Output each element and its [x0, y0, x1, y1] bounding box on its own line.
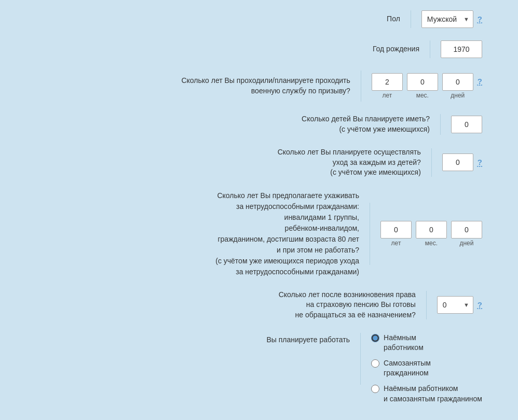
- work-type-both-label: Наёмным работникоми самозанятым граждани…: [384, 384, 482, 404]
- military-months-label: мес.: [416, 92, 429, 99]
- disability-years-group: лет: [380, 221, 412, 247]
- gender-select-wrapper[interactable]: Мужской Женский ▼: [421, 10, 473, 28]
- pension-deferral-help-icon[interactable]: ?: [478, 301, 482, 309]
- military-years-group: лет: [372, 73, 403, 99]
- military-days-label: дней: [451, 92, 465, 99]
- military-years-label: лет: [382, 92, 392, 99]
- work-type-radio-group: Наёмнымработником Самозанятымгражданином…: [371, 333, 482, 404]
- children-count-input-col: [451, 116, 482, 133]
- birth-year-input-col: [441, 40, 482, 58]
- work-type-self-employed-label: Самозанятымгражданином: [384, 358, 431, 379]
- military-days-group: дней: [442, 73, 473, 99]
- pension-deferral-select-wrapper[interactable]: 0 1 2 3 4 5 6 7 8 9 10 ▼: [437, 296, 473, 314]
- gender-row: Пол Мужской Женский ▼ ?: [36, 10, 482, 28]
- work-type-both-radio[interactable]: [371, 385, 379, 393]
- military-service-input-col: лет мес. дней ?: [372, 73, 482, 99]
- gender-help-icon[interactable]: ?: [478, 15, 482, 23]
- disability-months-label: мес.: [425, 240, 438, 247]
- military-months-group: мес.: [407, 73, 438, 99]
- disability-months-input[interactable]: [416, 221, 447, 239]
- disability-days-input[interactable]: [451, 221, 482, 239]
- work-type-hired-radio[interactable]: [371, 334, 379, 342]
- military-service-label: Сколько лет Вы проходили/планируете прох…: [132, 76, 350, 96]
- birth-year-input[interactable]: [441, 40, 482, 58]
- pension-deferral-label: Сколько лет после возникновения права на…: [198, 290, 416, 320]
- gender-select[interactable]: Мужской Женский: [421, 10, 473, 28]
- children-count-row: Сколько детей Вы планируете иметь? (с уч…: [36, 114, 482, 135]
- childcare-years-input[interactable]: [442, 153, 473, 171]
- work-type-row: Вы планируете работать Наёмнымработником…: [36, 333, 482, 404]
- disability-care-row: Сколько лет Вы предполагаете ухаживать з…: [36, 190, 482, 277]
- children-count-label: Сколько детей Вы планируете иметь? (с уч…: [212, 114, 430, 134]
- disability-days-label: дней: [459, 240, 473, 247]
- work-type-hired[interactable]: Наёмнымработником: [371, 333, 482, 353]
- gender-input-col: Мужской Женский ▼ ?: [421, 10, 482, 28]
- childcare-row: Сколько лет Вы планируете осуществлять у…: [36, 147, 482, 178]
- disability-months-group: мес.: [416, 221, 447, 247]
- work-type-input-col: Наёмнымработником Самозанятымгражданином…: [371, 333, 482, 404]
- work-type-self-employed[interactable]: Самозанятымгражданином: [371, 358, 482, 379]
- pension-deferral-row: Сколько лет после возникновения права на…: [36, 290, 482, 320]
- work-type-label: Вы планируете работать: [132, 333, 350, 345]
- disability-care-input-col: лет мес. дней: [380, 221, 482, 247]
- military-service-row: Сколько лет Вы проходили/планируете прох…: [36, 71, 482, 102]
- disability-care-label: Сколько лет Вы предполагаете ухаживать з…: [141, 190, 359, 277]
- childcare-input-col: ?: [442, 153, 482, 171]
- childcare-help-icon[interactable]: ?: [478, 158, 482, 166]
- military-help-icon[interactable]: ?: [478, 77, 482, 86]
- children-count-input[interactable]: [451, 116, 482, 133]
- work-type-both[interactable]: Наёмным работникоми самозанятым граждани…: [371, 384, 482, 404]
- pension-deferral-input-col: 0 1 2 3 4 5 6 7 8 9 10 ▼ ?: [437, 296, 482, 314]
- work-type-self-employed-radio[interactable]: [371, 359, 379, 368]
- form-container: Пол Мужской Женский ▼ ? Год рождения Ско…: [36, 10, 482, 404]
- pension-deferral-select[interactable]: 0 1 2 3 4 5 6 7 8 9 10: [437, 296, 473, 314]
- military-days-input[interactable]: [442, 73, 473, 91]
- gender-label: Пол: [182, 14, 400, 24]
- military-months-input[interactable]: [407, 73, 438, 91]
- military-years-input[interactable]: [372, 73, 403, 91]
- birth-year-label: Год рождения: [201, 44, 419, 54]
- disability-years-input[interactable]: [380, 221, 412, 239]
- birth-year-row: Год рождения: [36, 40, 482, 58]
- disability-years-label: лет: [391, 240, 401, 247]
- disability-days-group: дней: [451, 221, 482, 247]
- childcare-label: Сколько лет Вы планируете осуществлять у…: [203, 147, 421, 178]
- work-type-hired-label: Наёмнымработником: [384, 333, 424, 353]
